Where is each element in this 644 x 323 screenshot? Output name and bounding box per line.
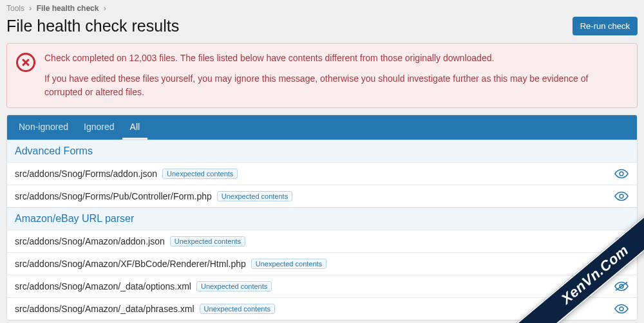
file-path: src/addons/Snog/Amazon/addon.json [15, 236, 165, 246]
breadcrumb-tools[interactable]: Tools [6, 4, 24, 13]
tab-non-ignored[interactable]: Non-ignored [11, 115, 76, 140]
eye-slash-icon[interactable] [614, 281, 629, 292]
svg-point-0 [620, 172, 623, 176]
breadcrumb: Tools › File health check › [0, 0, 644, 15]
svg-point-1 [620, 194, 623, 198]
alert-banner: Check completed on 12,003 files. The fil… [6, 43, 638, 108]
file-row: src/addons/Snog/Amazon/_data/options.xml… [7, 275, 637, 297]
section-header: Amazon/eBay URL parser [7, 207, 637, 230]
status-badge: Unexpected contents [170, 236, 245, 246]
status-badge: Unexpected contents [200, 304, 275, 314]
svg-point-6 [620, 307, 623, 311]
section-header: Advanced Forms [7, 140, 637, 162]
file-path: src/addons/Snog/Forms/addon.json [15, 169, 157, 179]
eye-icon[interactable] [614, 303, 629, 315]
alert-line-2: If you have edited these files yourself,… [44, 72, 628, 98]
tab-all[interactable]: All [122, 115, 148, 140]
rerun-check-button[interactable]: Re-run check [573, 17, 638, 35]
file-row: src/addons/Snog/Forms/Pub/Controller/For… [7, 185, 637, 207]
alert-line-1: Check completed on 12,003 files. The fil… [44, 51, 628, 64]
eye-icon[interactable] [614, 168, 629, 180]
error-icon [16, 53, 35, 72]
file-path: src/addons/Snog/Amazon/XF/BbCode/Rendere… [15, 259, 246, 269]
status-badge: Unexpected contents [217, 191, 292, 201]
chevron-right-icon: › [29, 4, 32, 13]
status-badge: Unexpected contents [196, 281, 272, 291]
chevron-right-icon: › [104, 4, 106, 13]
file-row: src/addons/Snog/Amazon/addon.json Unexpe… [7, 230, 637, 252]
file-path: src/addons/Snog/Forms/Pub/Controller/For… [15, 191, 212, 201]
file-row: src/addons/Snog/Forms/addon.json Unexpec… [7, 162, 637, 185]
tabs: Non-ignored Ignored All [7, 115, 637, 140]
page-title: File health check results [6, 17, 179, 35]
file-row: src/addons/Snog/Amazon/XF/BbCode/Rendere… [7, 252, 637, 275]
tab-ignored[interactable]: Ignored [76, 115, 122, 140]
file-path: src/addons/Snog/Amazon/_data/phrases.xml [15, 304, 194, 314]
breadcrumb-current[interactable]: File health check [37, 4, 99, 13]
results-panel: Non-ignored Ignored All Advanced Forms s… [6, 115, 638, 320]
eye-icon[interactable] [614, 190, 629, 202]
status-badge: Unexpected contents [162, 169, 238, 179]
file-path: src/addons/Snog/Amazon/_data/options.xml [15, 281, 191, 291]
status-badge: Unexpected contents [251, 259, 327, 269]
